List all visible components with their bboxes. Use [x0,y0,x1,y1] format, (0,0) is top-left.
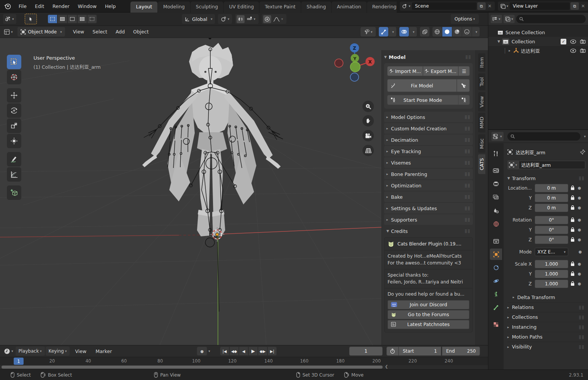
properties-editor-dropdown[interactable]: ▾ [491,132,504,141]
prev-keyframe-button[interactable]: ◀◆ [229,347,239,356]
tab-output-properties[interactable] [490,178,502,190]
play-reverse-button[interactable]: ◀ [239,347,248,356]
location-y-field[interactable]: 0 m [535,194,568,202]
tab-item[interactable]: Item [478,53,485,71]
tab-view-layer-properties[interactable] [490,192,502,203]
outliner-filter-dropdown[interactable]: ▾ [491,15,502,23]
tab-render-properties[interactable] [490,165,502,176]
select-mode-invert[interactable] [77,14,87,24]
ortho-grid-button[interactable] [362,145,374,156]
scene-name-field[interactable]: Scene [412,2,477,10]
collection-checkbox[interactable]: ✓ [561,39,566,44]
tab-modeling[interactable]: Modeling [158,2,190,13]
object-id-icon[interactable]: ▾ [507,160,519,169]
view-layer-name-field[interactable]: View Layer [510,2,570,10]
section-instancing[interactable]: ▸Instancing⣿⣿ [507,322,585,332]
view-layer-icon[interactable]: ▾ [499,2,510,11]
location-x-field[interactable]: 0 m [535,184,568,192]
tab-sculpting[interactable]: Sculpting [191,2,223,13]
tab-world-properties[interactable] [490,218,502,230]
menu-window[interactable]: Window [74,0,101,13]
tab-animation[interactable]: Animation [332,2,367,13]
section-motion-paths[interactable]: ▸Motion Paths⣿⣿ [507,332,585,342]
lock-icon[interactable] [571,271,575,276]
lock-icon[interactable] [571,237,575,242]
section-settings-updates[interactable]: ▸Settings & Updates⣿⣿ [384,203,473,214]
section-visibility[interactable]: ▸Visibility⣿⣿ [507,342,585,352]
remove-view-layer-icon[interactable]: ✕ [579,3,587,9]
outliner-display-mode-dropdown[interactable]: ▾ [504,15,515,23]
animate-dot[interactable]: ● [578,262,581,266]
current-frame-field[interactable]: 1 [349,347,383,356]
animate-dot[interactable]: ● [578,228,581,232]
import-model-button[interactable]: Import M... [387,66,423,76]
tool-measure[interactable] [7,167,21,182]
tool-add-cube[interactable] [7,185,21,200]
editor-type-dropdown[interactable]: ▾ [0,29,15,35]
lock-icon[interactable] [571,205,575,210]
expand-icon[interactable]: ▸ [509,49,513,52]
tool-scale[interactable] [7,119,21,133]
join-discord-button[interactable]: Join our Discord [388,300,469,309]
keying-dropdown[interactable]: Keying▾ [46,347,70,356]
outliner-row-scene-collection[interactable]: Scene Collection [488,28,588,37]
menu-render[interactable]: Render [48,0,74,13]
timeline-menu-view[interactable]: View [70,348,91,354]
section-collections[interactable]: ▸Collections⣿⣿ [507,312,585,322]
tool-rotate[interactable] [7,103,21,118]
menu-object[interactable]: Object [129,29,153,35]
fix-model-button[interactable]: Fix Model [387,79,457,92]
menu-edit[interactable]: Edit [31,0,48,13]
tab-misc[interactable]: Misc [478,135,485,153]
section-visemes[interactable]: ▸Visemes⣿⣿ [384,157,473,168]
tool-transform[interactable] [7,134,21,148]
select-mode-set[interactable] [48,14,57,24]
play-button[interactable]: ▶ [248,347,258,356]
xray-toggle[interactable] [420,27,429,36]
patchnotes-button[interactable]: Latest Patchnotes [388,320,469,329]
shading-rendered-button[interactable] [462,27,472,36]
viewport-canvas[interactable]: Z Y X User Perspective (1) Collection | … [0,38,488,345]
menu-view[interactable]: View [69,29,89,35]
animate-dot[interactable]: ● [578,218,581,222]
model-panel-header[interactable]: ▼ Model ⣿⣿ [384,52,473,62]
section-credits[interactable]: ▼Credits⣿⣿ [384,226,473,236]
snap-toggle[interactable] [237,15,245,23]
scale-x-field[interactable]: 1.000 [535,260,568,268]
animate-dot[interactable]: ● [578,250,582,254]
scrollbar-thumb[interactable] [2,366,383,369]
rotation-x-field[interactable]: 0° [535,216,568,224]
rotation-mode-dropdown[interactable]: XYZ E... ▾ [535,248,568,256]
camera-view-button[interactable] [362,130,374,141]
tool-cursor[interactable] [7,70,21,84]
select-mode-intersect[interactable] [87,14,97,24]
proportional-falloff-dropdown[interactable]: ▾ [271,17,285,22]
disable-render-camera-icon[interactable] [580,39,586,44]
tab-constraints-properties[interactable] [490,262,502,273]
timeline-editor-dropdown[interactable]: ▾ [0,348,16,355]
jump-to-start-button[interactable]: |◀ [220,347,229,356]
transform-section-header[interactable]: ▼ Transform ⣿⣿ [507,173,585,183]
use-preview-range-icon[interactable] [386,347,399,356]
tab-object-properties[interactable] [490,249,502,260]
animate-dot[interactable]: ● [578,282,581,286]
section-optimization[interactable]: ▸Optimization⣿⣿ [384,180,473,191]
expand-arrow-icon[interactable]: ❮ [385,364,388,369]
import-menu-button[interactable]: ☰ [458,66,470,76]
tab-collection-properties[interactable] [490,235,502,247]
shading-solid-button[interactable] [442,27,452,36]
new-view-layer-button[interactable]: ⧉ [571,2,579,10]
pan-hand-button[interactable] [362,115,374,127]
section-eye-tracking[interactable]: ▸Eye Tracking⣿⣿ [384,146,473,157]
tab-scene-properties[interactable] [490,205,502,216]
next-keyframe-button[interactable]: ◆▶ [258,347,267,356]
keying-set-dropdown[interactable]: ▾ [208,349,210,353]
menu-help[interactable]: Help [101,0,120,13]
disable-render-camera-icon[interactable] [580,48,586,53]
tab-object-data-properties[interactable] [490,288,502,300]
tab-rendering[interactable]: Rendering [367,2,397,13]
timeline-ruler[interactable]: 1 20 40 60 80 100 120 140 160 180 200 22… [0,357,488,365]
end-frame-field[interactable]: End 250 [442,347,480,356]
fix-model-settings-button[interactable] [457,79,470,92]
animate-dot[interactable]: ● [578,238,581,242]
